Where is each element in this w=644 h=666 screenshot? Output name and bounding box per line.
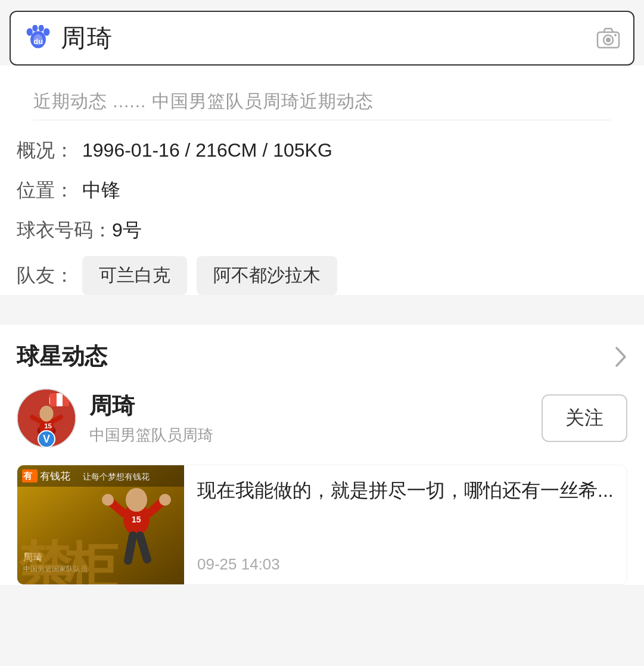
player-info-section: 概况： 1996-01-16 / 216CM / 105KG 位置： 中锋 球衣… xyxy=(0,120,644,295)
svg-point-3 xyxy=(32,25,38,32)
overview-row: 概况： 1996-01-16 / 216CM / 105KG xyxy=(17,137,627,164)
overview-value: 1996-01-16 / 216CM / 105KG xyxy=(82,137,332,164)
position-value: 中锋 xyxy=(82,177,120,204)
camera-icon[interactable] xyxy=(595,25,621,51)
news-card[interactable]: 有 有钱花 让每个梦想有钱花 周琦 中国男篮国家队队员 禁 柜 15 xyxy=(17,465,627,585)
star-header: 球星动态 xyxy=(17,341,627,372)
teammates-label: 队友： xyxy=(17,263,82,289)
svg-point-31 xyxy=(126,488,147,512)
teammates-row: 队友： 可兰白克 阿不都沙拉木 xyxy=(17,256,627,295)
avatar-wrapper: 15 V xyxy=(17,388,76,448)
news-content: 现在我能做的，就是拼尽一切，哪怕还有一丝希... 09-25 14:03 xyxy=(197,465,627,584)
svg-point-38 xyxy=(159,494,171,506)
svg-text:让每个梦想有钱花: 让每个梦想有钱花 xyxy=(83,472,150,481)
baidu-logo-icon: du xyxy=(23,25,54,51)
svg-point-9 xyxy=(606,38,611,42)
partial-text: 近期动态 ...... 中国男篮队员周琦近期动态 xyxy=(17,76,627,120)
svg-text:有: 有 xyxy=(23,471,33,481)
profile-name: 周琦 xyxy=(89,391,528,421)
news-title: 现在我能做的，就是拼尽一切，哪怕还有一丝希... xyxy=(197,476,617,505)
jersey-label: 球衣号码： xyxy=(17,217,112,244)
search-query: 周琦 xyxy=(61,21,113,55)
svg-rect-12 xyxy=(49,394,66,404)
overview-label: 概况： xyxy=(17,137,82,164)
position-label: 位置： xyxy=(17,177,82,204)
profile-description: 中国男篮队员周琦 xyxy=(89,425,528,446)
section-gap xyxy=(0,312,644,325)
svg-point-5 xyxy=(43,28,49,36)
teammate-tags: 可兰白克 阿不都沙拉木 xyxy=(82,256,337,295)
svg-point-2 xyxy=(27,28,33,36)
position-row: 位置： 中锋 xyxy=(17,177,627,204)
jersey-value: 9号 xyxy=(112,217,142,244)
svg-point-10 xyxy=(614,34,617,36)
svg-text:有钱花: 有钱花 xyxy=(40,471,70,482)
news-time: 09-25 14:03 xyxy=(197,555,617,574)
svg-point-4 xyxy=(39,25,44,32)
jersey-row: 球衣号码： 9号 xyxy=(17,217,627,244)
svg-point-37 xyxy=(102,494,114,506)
svg-text:柜: 柜 xyxy=(64,537,119,584)
star-dynamics-section: 球星动态 15 xyxy=(0,325,644,585)
verified-badge: V xyxy=(38,430,55,448)
news-image-svg: 有 有钱花 让每个梦想有钱花 周琦 中国男篮国家队队员 禁 柜 15 xyxy=(17,465,184,584)
follow-button[interactable]: 关注 xyxy=(542,394,627,442)
svg-text:du: du xyxy=(33,37,43,46)
teammate-tag-2[interactable]: 阿不都沙拉木 xyxy=(197,256,337,295)
svg-text:15: 15 xyxy=(44,423,52,430)
partial-text-row: 近期动态 ...... 中国男篮队员周琦近期动态 xyxy=(0,66,644,120)
search-bar[interactable]: du 周琦 xyxy=(10,11,634,66)
svg-line-35 xyxy=(128,536,133,561)
news-image: 有 有钱花 让每个梦想有钱花 周琦 中国男篮国家队队员 禁 柜 15 xyxy=(17,465,184,584)
teammate-tag-1[interactable]: 可兰白克 xyxy=(82,256,187,295)
profile-row: 15 V 周琦 中国男篮队员周琦 关注 xyxy=(17,388,627,448)
svg-text:15: 15 xyxy=(132,515,141,524)
profile-info: 周琦 中国男篮队员周琦 xyxy=(89,391,528,446)
verified-v-icon: V xyxy=(43,434,50,444)
svg-rect-13 xyxy=(49,394,66,398)
svg-point-16 xyxy=(39,406,53,422)
star-dynamics-title: 球星动态 xyxy=(17,341,107,372)
chevron-right-icon[interactable] xyxy=(614,346,627,368)
search-left: du 周琦 xyxy=(23,21,113,55)
